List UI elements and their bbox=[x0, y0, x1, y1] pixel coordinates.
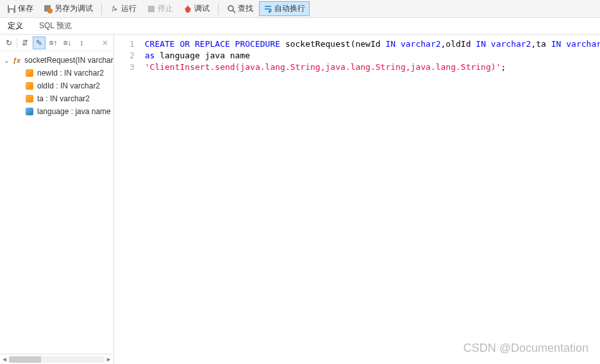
tree-root-label: socketRequest(IN varchar bbox=[24, 56, 113, 65]
wrap-label: 自动换行 bbox=[274, 3, 305, 14]
svg-point-10 bbox=[228, 6, 233, 11]
tree-item-label: ta : IN varchar2 bbox=[37, 94, 90, 103]
line-number: 3 bbox=[114, 62, 135, 73]
sidebar: ↻ ⇵ ✎ ≡↑ ≡↓ ↕ ✕ ⌄ ƒx socketRequest(IN va… bbox=[0, 35, 114, 364]
sort-button[interactable]: ↕ bbox=[75, 37, 88, 49]
tree-item[interactable]: language : java name bbox=[0, 105, 113, 118]
bug-icon bbox=[183, 4, 192, 13]
svg-rect-2 bbox=[10, 10, 13, 13]
tab-define[interactable]: 定义 bbox=[0, 18, 31, 34]
function-icon: ƒx bbox=[12, 55, 22, 65]
keyword: varchar2 bbox=[486, 39, 531, 49]
scroll-track[interactable] bbox=[9, 356, 104, 363]
close-panel-button[interactable]: ✕ bbox=[99, 37, 111, 49]
tree-item-label: newId : IN varchar2 bbox=[37, 69, 104, 78]
expand-icon: ⇵ bbox=[22, 38, 28, 47]
stop-label: 停止 bbox=[158, 3, 173, 14]
save-button[interactable]: 保存 bbox=[3, 1, 38, 16]
refresh-button[interactable]: ↻ bbox=[3, 37, 15, 49]
code-text: ,ta bbox=[531, 39, 551, 49]
save-debug-icon bbox=[44, 4, 53, 13]
tab-bar: 定义 SQL 预览 bbox=[0, 18, 600, 35]
save-icon bbox=[7, 4, 16, 13]
tree-item[interactable]: oldId : IN varchar2 bbox=[0, 79, 113, 92]
run-icon: f▸ bbox=[110, 4, 119, 13]
separator bbox=[218, 3, 219, 15]
code-editor[interactable]: 1 2 3 CREATE OR REPLACE PROCEDURE socket… bbox=[114, 35, 600, 364]
tree-item-label: oldId : IN varchar2 bbox=[37, 81, 100, 90]
param-icon bbox=[24, 94, 35, 104]
code-text: language java name bbox=[154, 51, 250, 60]
save-debug-label: 另存为调试 bbox=[54, 3, 93, 14]
run-button[interactable]: f▸ 运行 bbox=[106, 1, 141, 16]
tree-item-label: language : java name bbox=[37, 107, 111, 116]
tab-sql-preview[interactable]: SQL 预览 bbox=[31, 18, 80, 34]
code-text: socketRequest(newId bbox=[280, 39, 385, 49]
sort-icon: ↕ bbox=[79, 38, 83, 47]
svg-rect-5 bbox=[148, 6, 154, 12]
scroll-right-icon[interactable]: ► bbox=[106, 356, 112, 363]
horizontal-scrollbar[interactable]: ◄ ► bbox=[0, 354, 113, 364]
run-label: 运行 bbox=[121, 3, 137, 14]
chevron-down-icon: ⌄ bbox=[4, 57, 12, 64]
debug-label: 调试 bbox=[194, 3, 210, 14]
property-icon bbox=[24, 106, 35, 117]
find-label: 查找 bbox=[238, 3, 253, 14]
tree-item[interactable]: ta : IN varchar2 bbox=[0, 92, 113, 105]
wrap-button[interactable]: 自动换行 bbox=[259, 1, 310, 16]
keyword: varchar2 bbox=[561, 39, 600, 49]
keyword: IN bbox=[476, 39, 486, 49]
param-icon bbox=[24, 68, 35, 78]
code-text: ; bbox=[501, 62, 506, 72]
edit-icon: ✎ bbox=[36, 38, 42, 47]
tree-view: ⌄ ƒx socketRequest(IN varchar newId : IN… bbox=[0, 51, 113, 354]
code-text: ,oldId bbox=[441, 39, 476, 49]
debug-button[interactable]: 调试 bbox=[179, 1, 214, 16]
down-icon: ≡↓ bbox=[63, 38, 71, 47]
string-literal: 'ClientInsert.send(java.lang.String,java… bbox=[145, 62, 501, 72]
move-down-button[interactable]: ≡↓ bbox=[61, 37, 74, 49]
keyword: IN bbox=[551, 39, 562, 49]
tree-root[interactable]: ⌄ ƒx socketRequest(IN varchar bbox=[0, 54, 113, 67]
scroll-thumb[interactable] bbox=[9, 356, 41, 363]
save-as-debug-button[interactable]: 另存为调试 bbox=[39, 1, 97, 16]
sidebar-toolbar: ↻ ⇵ ✎ ≡↑ ≡↓ ↕ ✕ bbox=[0, 35, 113, 51]
keyword: varchar2 bbox=[396, 39, 440, 49]
tree-item[interactable]: newId : IN varchar2 bbox=[0, 67, 113, 79]
keyword: IN bbox=[385, 39, 396, 49]
search-icon bbox=[227, 4, 236, 13]
line-number: 2 bbox=[114, 50, 135, 62]
keyword: CREATE OR REPLACE PROCEDURE bbox=[145, 39, 280, 49]
stop-button[interactable]: 停止 bbox=[142, 1, 178, 16]
line-number: 1 bbox=[114, 38, 135, 50]
edit-button[interactable]: ✎ bbox=[33, 37, 46, 49]
refresh-icon: ↻ bbox=[6, 38, 12, 47]
save-label: 保存 bbox=[18, 3, 33, 14]
svg-rect-1 bbox=[9, 5, 14, 8]
keyword: as bbox=[145, 51, 155, 60]
find-button[interactable]: 查找 bbox=[222, 1, 258, 16]
scroll-left-icon[interactable]: ◄ bbox=[1, 356, 8, 363]
expand-button[interactable]: ⇵ bbox=[19, 37, 31, 49]
main-area: ↻ ⇵ ✎ ≡↑ ≡↓ ↕ ✕ ⌄ ƒx socketRequest(IN va… bbox=[0, 35, 600, 364]
param-icon bbox=[24, 81, 35, 91]
separator bbox=[17, 38, 17, 48]
stop-icon bbox=[147, 4, 156, 13]
wrap-icon bbox=[263, 4, 272, 13]
move-up-button[interactable]: ≡↑ bbox=[47, 37, 60, 49]
svg-point-6 bbox=[185, 6, 190, 13]
svg-line-11 bbox=[233, 10, 235, 13]
separator bbox=[101, 3, 102, 15]
code-content[interactable]: CREATE OR REPLACE PROCEDURE socketReques… bbox=[140, 35, 600, 364]
svg-point-4 bbox=[47, 8, 53, 13]
up-icon: ≡↑ bbox=[49, 38, 57, 47]
line-gutter: 1 2 3 bbox=[114, 35, 140, 364]
main-toolbar: 保存 另存为调试 f▸ 运行 停止 调试 查找 自动换行 bbox=[0, 0, 600, 18]
